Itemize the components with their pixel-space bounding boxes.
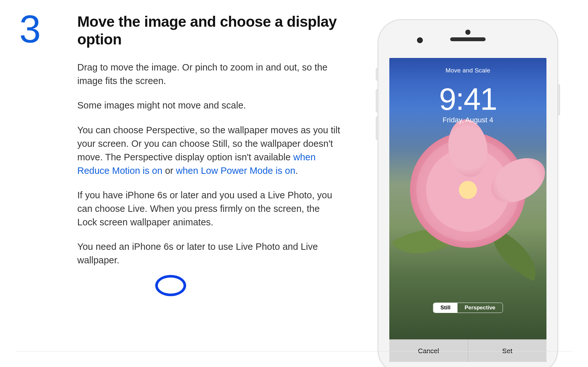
phone-illustration: Move and Scale 9:41 Friday, August 4 Sti… — [367, 13, 569, 367]
step-content: Move the image and choose a display opti… — [77, 13, 341, 367]
flower-decoration — [410, 132, 526, 248]
front-camera-icon — [417, 37, 423, 43]
step-paragraph-5: You need an iPhone 6s or later to use Li… — [77, 240, 341, 267]
step-title: Move the image and choose a display opti… — [77, 13, 341, 48]
p3-text-c: . — [295, 165, 298, 176]
lock-screen-time: 9:41 — [439, 84, 497, 115]
set-button[interactable]: Set — [468, 340, 547, 362]
proximity-sensor — [465, 30, 470, 35]
perspective-option[interactable]: Perspective — [458, 303, 502, 313]
iphone-device: Move and Scale 9:41 Friday, August 4 Sti… — [378, 19, 558, 367]
lock-screen-date: Friday, August 4 — [442, 116, 493, 124]
step-paragraph-3: You can choose Perspective, so the wallp… — [77, 123, 341, 177]
section-divider — [16, 351, 572, 352]
volume-up-button — [376, 89, 378, 112]
mute-switch — [376, 68, 378, 80]
wallpaper-preview[interactable]: Move and Scale 9:41 Friday, August 4 Sti… — [389, 58, 546, 339]
phone-screen: Move and Scale 9:41 Friday, August 4 Sti… — [389, 58, 546, 362]
display-option-segmented[interactable]: Still Perspective — [433, 303, 503, 313]
wallpaper-footer: Cancel Set — [389, 339, 546, 362]
step-paragraph-1: Drag to move the image. Or pinch to zoom… — [77, 61, 341, 88]
step-number: 3 — [19, 10, 52, 367]
step-paragraph-2: Some images might not move and scale. — [77, 99, 341, 112]
power-button — [557, 84, 560, 115]
earpiece-speaker — [450, 37, 486, 41]
volume-down-button — [376, 117, 378, 140]
move-and-scale-label: Move and Scale — [445, 67, 490, 74]
still-option[interactable]: Still — [433, 303, 458, 313]
p3-text-b: or — [162, 165, 176, 176]
cancel-button[interactable]: Cancel — [389, 340, 468, 362]
low-power-mode-link[interactable]: when Low Power Mode is on — [176, 165, 295, 176]
step-paragraph-4: If you have iPhone 6s or later and you u… — [77, 188, 341, 229]
